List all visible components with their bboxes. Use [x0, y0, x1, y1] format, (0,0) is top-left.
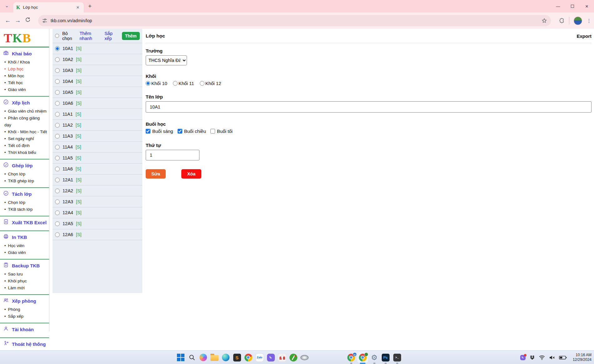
class-row[interactable]: 12A6[S] — [53, 229, 142, 240]
dropbox-icon[interactable] — [530, 355, 535, 360]
session-checkbox[interactable] — [178, 129, 182, 134]
site-settings-icon[interactable] — [42, 18, 48, 23]
viber-icon[interactable] — [267, 353, 275, 361]
sidebar-item[interactable]: •Phân công giảng dạy — [3, 115, 47, 129]
tkb-logo[interactable]: TKB — [0, 29, 49, 48]
export-link[interactable]: Export — [576, 33, 591, 39]
order-input[interactable] — [146, 150, 199, 160]
class-radio[interactable] — [55, 134, 60, 139]
url-bar[interactable]: tkb.com.vn/admin/lop — [38, 15, 551, 26]
minimize-button[interactable]: — — [551, 4, 565, 9]
chrome-active-icon[interactable] — [359, 353, 367, 361]
class-radio[interactable] — [55, 79, 60, 84]
zalo-icon[interactable]: Zalo — [255, 353, 264, 361]
class-radio[interactable] — [55, 221, 60, 226]
session-option[interactable]: Buổi sáng — [146, 129, 173, 134]
file-explorer-icon[interactable] — [210, 353, 219, 361]
battery-icon[interactable] — [559, 356, 567, 360]
sidebar-item[interactable]: •Set ngày nghỉ — [3, 135, 47, 142]
sidebar-section-header[interactable]: Khai báo — [3, 50, 47, 57]
sidebar-item[interactable]: •Khối / Khoa — [3, 59, 47, 66]
class-radio[interactable] — [55, 68, 60, 73]
sidebar-item[interactable]: •Học viên — [3, 242, 47, 249]
deselect-radio[interactable] — [55, 33, 59, 38]
settings-gear-icon[interactable]: ⚙ — [370, 353, 378, 361]
class-radio[interactable] — [55, 123, 60, 128]
sidebar-section-header[interactable]: Xuất TKB Excel — [3, 219, 47, 226]
sidebar-item[interactable]: •Môn học — [3, 73, 47, 79]
class-radio[interactable] — [55, 90, 60, 95]
sidebar-item[interactable]: •Khối - Môn học - Tiết — [3, 129, 47, 135]
grade-radio[interactable] — [173, 81, 178, 86]
class-radio[interactable] — [55, 156, 60, 160]
bookmark-star-icon[interactable] — [541, 18, 547, 23]
class-row[interactable]: 10A4[S] — [53, 76, 142, 87]
taskbar-clock[interactable]: 10:16 AM 12/29/2024 — [573, 353, 591, 362]
class-row[interactable]: 11A4[S] — [53, 142, 142, 153]
grade-radio[interactable] — [146, 81, 150, 86]
sidebar-item[interactable]: •Sắp xếp — [3, 313, 47, 320]
sidebar-section-header[interactable]: Ghép lớp — [3, 162, 47, 169]
grade-radio[interactable] — [200, 81, 204, 86]
class-radio[interactable] — [55, 189, 60, 193]
class-radio[interactable] — [55, 145, 60, 149]
sidebar-section-header[interactable]: Xếp phòng — [3, 297, 47, 305]
browser-menu-icon[interactable]: ⋮ — [586, 18, 591, 24]
class-name-input[interactable] — [146, 101, 591, 113]
sidebar-item[interactable]: •Tiết cố định — [3, 142, 47, 149]
windows-start-icon[interactable] — [177, 353, 185, 361]
viber-tray-icon[interactable] — [520, 355, 526, 360]
sidebar-item[interactable]: •Giáo viên — [3, 249, 47, 256]
wifi-icon[interactable] — [539, 355, 545, 360]
class-row[interactable]: 12A4[S] — [53, 207, 142, 218]
sidebar-item[interactable]: •Chọn lớp — [3, 171, 47, 178]
sidebar-item[interactable]: •Phòng — [3, 306, 47, 313]
photoshop-icon[interactable]: Ps — [381, 353, 390, 361]
back-button[interactable]: ← — [4, 17, 12, 25]
class-row[interactable]: 11A6[S] — [53, 164, 142, 174]
class-row[interactable]: 10A1[S] — [53, 43, 142, 54]
sidebar-item[interactable]: •Giáo viên — [3, 86, 47, 93]
class-radio[interactable] — [55, 167, 60, 171]
edit-button[interactable]: Sửa — [146, 169, 166, 179]
sidebar-item[interactable]: •Thời khoá biểu — [3, 149, 47, 156]
edge-icon[interactable] — [222, 353, 230, 361]
unikey-icon[interactable] — [289, 353, 297, 361]
class-row[interactable]: 12A2[S] — [53, 185, 142, 196]
class-row[interactable]: 10A6[S] — [53, 98, 142, 109]
session-checkbox[interactable] — [146, 129, 150, 134]
class-radio[interactable] — [55, 210, 60, 215]
grade-option[interactable]: Khối 10 — [146, 81, 167, 86]
class-row[interactable]: 11A3[S] — [53, 131, 142, 142]
class-radio[interactable] — [55, 101, 60, 106]
sidebar-section-header[interactable]: Tách lớp — [3, 190, 47, 198]
sidebar-item[interactable]: •TKB ghép lớp — [3, 178, 47, 185]
class-radio[interactable] — [55, 200, 60, 204]
class-radio[interactable] — [55, 57, 60, 62]
tab-search-chevron-icon[interactable]: ⌄ — [3, 3, 11, 10]
class-row[interactable]: 12A1[S] — [53, 174, 142, 185]
volume-muted-icon[interactable] — [549, 355, 555, 360]
class-row[interactable]: 11A5[S] — [53, 153, 142, 164]
session-option[interactable]: Buổi tối — [210, 129, 233, 134]
class-row[interactable]: 11A1[S] — [53, 109, 142, 120]
sidebar-item[interactable]: •Làm mới — [3, 285, 47, 291]
delete-button[interactable]: Xóa — [181, 169, 201, 179]
deselect-label[interactable]: Bỏ chọn — [62, 31, 77, 41]
class-radio[interactable] — [55, 46, 60, 51]
class-row[interactable]: 10A2[S] — [53, 54, 142, 65]
school-select[interactable]: THCS Nghĩa Đàn — [146, 55, 187, 65]
session-option[interactable]: Buổi chiều — [178, 129, 206, 134]
sidebar-section-header[interactable]: Tài khoản — [3, 326, 47, 333]
sidebar-item[interactable]: •TKB tách lớp — [3, 206, 47, 213]
tab-close-icon[interactable]: ✕ — [75, 5, 81, 10]
class-radio[interactable] — [55, 178, 60, 182]
sidebar-section-header[interactable]: In TKB — [3, 234, 47, 241]
forward-button[interactable]: → — [14, 17, 22, 25]
class-radio[interactable] — [55, 112, 60, 117]
class-row[interactable]: 10A5[S] — [53, 87, 142, 98]
class-row[interactable]: 12A3[S] — [53, 196, 142, 207]
quick-add-link[interactable]: Thêm nhanh — [80, 31, 102, 41]
sort-link[interactable]: Sắp xếp — [104, 31, 119, 41]
grade-option[interactable]: Khối 12 — [200, 81, 221, 86]
